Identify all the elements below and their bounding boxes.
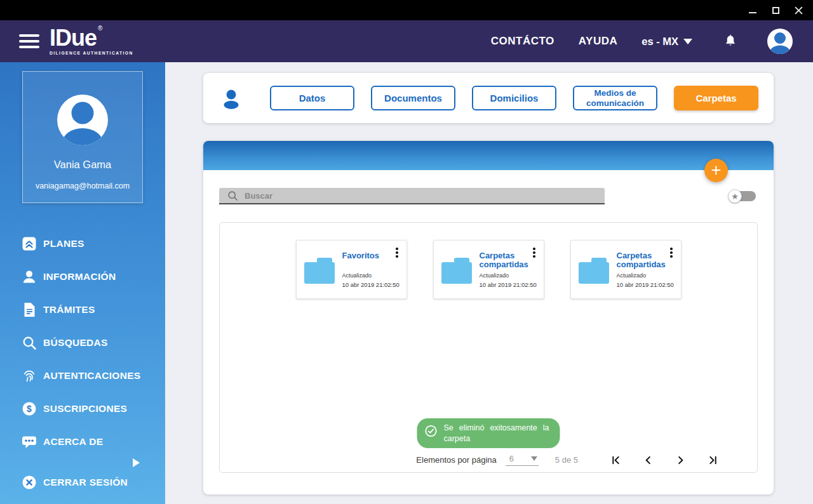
page-range-label: 5 de 5 [555, 455, 578, 465]
sidebar-item-autenticaciones[interactable]: AUTENTICACIONES [0, 359, 165, 392]
check-circle-icon [425, 425, 438, 437]
last-page-button[interactable] [708, 455, 718, 465]
submenu-expand-icon[interactable] [133, 458, 140, 467]
tab-documentos[interactable]: Documentos [371, 86, 455, 110]
sidebar-item-label: CERRAR SESIÓN [43, 477, 128, 488]
bell-icon [724, 34, 737, 48]
fingerprint-icon [21, 368, 37, 383]
chevron-down-icon [683, 39, 692, 44]
tab-domicilios[interactable]: Domicilios [472, 86, 556, 110]
chevron-down-icon [531, 456, 537, 461]
folder-updated-label: Actualizado [480, 272, 541, 279]
app-header: IDue ® DILIGENCE AUTHENTICATION CONTÁCTO… [0, 20, 813, 62]
tab-medios-de-comunicacion[interactable]: Medios de comunicación [573, 86, 657, 110]
first-page-button[interactable] [611, 455, 621, 465]
section-tabbar: Datos Documentos Domicilios Medios de co… [203, 73, 774, 123]
last-page-icon [708, 455, 718, 465]
folder-updated-date: 10 abr 2019 21:02:50 [617, 281, 678, 288]
folder-icon [579, 257, 609, 298]
chat-icon [21, 435, 37, 449]
logo-subtitle: DILIGENCE AUTHENTICATION [50, 51, 133, 56]
profile-avatar [57, 95, 108, 145]
avatar-person-icon [767, 29, 793, 54]
chevron-right-icon [676, 455, 685, 465]
toast-message: Se eliminó exitosamente la carpeta [444, 423, 549, 444]
sidebar-item-label: BÚSQUEDAS [43, 337, 108, 348]
pagination: Elementos por página 6 5 de 5 [416, 454, 718, 466]
profile-email: vaniagamag@hotmail.com [36, 182, 130, 190]
main-content: Datos Documentos Domicilios Medios de co… [165, 62, 813, 504]
nav-contact-link[interactable]: CONTÁCTO [491, 35, 554, 48]
user-avatar[interactable] [767, 29, 793, 54]
sidebar-menu: PLANES INFORMACIÓN TRÁMITES BÚSQUEDAS [0, 227, 165, 499]
search-bar[interactable] [219, 188, 605, 204]
folder-menu-button[interactable] [532, 246, 537, 259]
avatar-person-icon [57, 95, 108, 145]
sidebar-item-planes[interactable]: PLANES [0, 227, 165, 260]
sidebar-item-suscripciones[interactable]: $ SUSCRIPCIONES [0, 392, 165, 425]
folder-icon [441, 257, 472, 298]
search-icon [21, 336, 37, 350]
sidebar-item-label: AUTENTICACIONES [43, 370, 140, 381]
minimize-button[interactable] [748, 6, 757, 15]
logo-registered-mark: ® [98, 25, 102, 32]
first-page-icon [611, 455, 621, 465]
folder-card-favoritos[interactable]: Favoritos Actualizado 10 abr 2019 21:02:… [296, 240, 407, 299]
sidebar-item-cerrar-sesion[interactable]: CERRAR SESIÓN [0, 466, 165, 499]
folders-grid-container: Favoritos Actualizado 10 abr 2019 21:02:… [219, 222, 758, 473]
app-logo: IDue ® DILIGENCE AUTHENTICATION [50, 27, 133, 56]
dollar-circle-icon: $ [21, 401, 37, 416]
person-icon [221, 88, 241, 109]
next-page-button[interactable] [676, 455, 685, 465]
items-per-page-label: Elementos por página [416, 455, 496, 465]
items-per-page-value: 6 [509, 454, 514, 463]
folders-panel: + ★ [203, 141, 774, 494]
sidebar-item-tramites[interactable]: TRÁMITES [0, 293, 165, 326]
window-titlebar [0, 0, 813, 20]
search-icon [227, 190, 238, 201]
add-folder-button[interactable]: + [704, 159, 728, 182]
folder-card-carpetas-compartidas[interactable]: Carpetas compartidas Actualizado 10 abr … [433, 240, 544, 299]
search-input[interactable] [245, 191, 605, 201]
tab-datos[interactable]: Datos [270, 86, 354, 110]
person-icon [21, 269, 37, 284]
language-label: es - MX [642, 36, 678, 48]
folder-updated-date: 10 abr 2019 21:02:50 [342, 281, 403, 288]
sidebar: Vania Gama vaniagamag@hotmail.com PLANES… [0, 62, 165, 504]
sidebar-item-label: PLANES [43, 238, 84, 249]
sidebar-item-label: INFORMACIÓN [43, 271, 116, 282]
logo-title: IDue [50, 27, 97, 50]
folder-updated-label: Actualizado [617, 272, 678, 279]
plans-icon [21, 236, 37, 251]
sidebar-item-acerca-de[interactable]: ACERCA DE [0, 425, 165, 458]
svg-text:$: $ [27, 404, 32, 414]
close-button[interactable] [794, 6, 803, 15]
sidebar-item-label: SUSCRIPCIONES [43, 403, 127, 414]
close-circle-icon [21, 475, 37, 490]
folder-menu-button[interactable] [394, 246, 400, 259]
folder-updated-label: Actualizado [342, 272, 403, 279]
folder-icon [304, 257, 335, 298]
sidebar-item-busquedas[interactable]: BÚSQUEDAS [0, 326, 165, 359]
items-per-page-select[interactable]: 6 [506, 454, 539, 466]
favorites-filter-toggle[interactable]: ★ [728, 189, 756, 203]
sidebar-item-label: TRÁMITES [43, 304, 95, 315]
close-icon [795, 6, 803, 15]
profile-card: Vania Gama vaniagamag@hotmail.com [22, 71, 143, 203]
sidebar-item-informacion[interactable]: INFORMACIÓN [0, 260, 165, 293]
profile-name: Vania Gama [54, 159, 112, 171]
document-icon [21, 302, 37, 317]
sidebar-item-label: ACERCA DE [43, 436, 103, 448]
folder-updated-date: 10 abr 2019 21:02:50 [480, 281, 541, 288]
maximize-button[interactable] [771, 6, 780, 15]
hamburger-menu-icon[interactable] [19, 34, 39, 48]
nav-help-link[interactable]: AYUDA [579, 35, 617, 48]
previous-page-button[interactable] [643, 455, 653, 465]
folder-card-carpetas-compartidas[interactable]: Carpetas compartidas Actualizado 10 abr … [570, 240, 682, 299]
star-icon: ★ [728, 189, 742, 203]
language-selector[interactable]: es - MX [642, 36, 692, 48]
chevron-left-icon [643, 455, 653, 465]
tab-carpetas[interactable]: Carpetas [674, 86, 758, 110]
notifications-button[interactable] [724, 34, 737, 48]
folder-menu-button[interactable] [669, 246, 674, 259]
